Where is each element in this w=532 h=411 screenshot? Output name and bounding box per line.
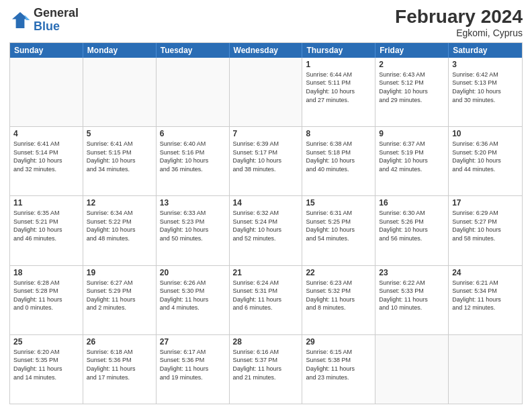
- weekday-header-thursday: Thursday: [302, 43, 375, 58]
- calendar-day-4: 4Sunrise: 6:41 AM Sunset: 5:14 PM Daylig…: [10, 127, 83, 195]
- weekday-header-friday: Friday: [375, 43, 449, 58]
- weekday-header-sunday: Sunday: [10, 43, 83, 58]
- calendar-day-20: 20Sunrise: 6:26 AM Sunset: 5:30 PM Dayli…: [157, 266, 230, 334]
- day-number: 10: [452, 129, 519, 138]
- calendar-day-empty: [83, 58, 157, 126]
- calendar: SundayMondayTuesdayWednesdayThursdayFrid…: [9, 42, 523, 404]
- calendar-week-5: 25Sunrise: 6:20 AM Sunset: 5:35 PM Dayli…: [10, 334, 522, 404]
- day-number: 14: [233, 198, 299, 208]
- calendar-day-27: 27Sunrise: 6:17 AM Sunset: 5:36 PM Dayli…: [157, 335, 230, 404]
- day-number: 26: [87, 337, 152, 347]
- calendar-day-25: 25Sunrise: 6:20 AM Sunset: 5:35 PM Dayli…: [10, 335, 83, 404]
- day-number: 16: [379, 198, 445, 208]
- calendar-day-8: 8Sunrise: 6:38 AM Sunset: 5:18 PM Daylig…: [302, 127, 375, 195]
- day-number: 13: [160, 198, 226, 208]
- day-number: 6: [160, 129, 226, 138]
- day-info: Sunrise: 6:21 AM Sunset: 5:34 PM Dayligh…: [452, 279, 519, 312]
- day-info: Sunrise: 6:24 AM Sunset: 5:31 PM Dayligh…: [233, 279, 299, 312]
- day-info: Sunrise: 6:22 AM Sunset: 5:33 PM Dayligh…: [379, 279, 445, 312]
- page: General Blue February 2024 Egkomi, Cypru…: [0, 0, 532, 411]
- day-info: Sunrise: 6:33 AM Sunset: 5:23 PM Dayligh…: [160, 209, 226, 242]
- calendar-day-3: 3Sunrise: 6:42 AM Sunset: 5:13 PM Daylig…: [449, 58, 522, 126]
- day-info: Sunrise: 6:20 AM Sunset: 5:35 PM Dayligh…: [13, 348, 79, 381]
- weekday-header-tuesday: Tuesday: [157, 43, 230, 58]
- day-info: Sunrise: 6:16 AM Sunset: 5:37 PM Dayligh…: [233, 348, 299, 381]
- day-info: Sunrise: 6:43 AM Sunset: 5:12 PM Dayligh…: [379, 71, 445, 104]
- calendar-day-empty: [230, 58, 303, 126]
- day-info: Sunrise: 6:38 AM Sunset: 5:18 PM Dayligh…: [306, 140, 371, 173]
- day-number: 3: [452, 60, 519, 69]
- calendar-day-13: 13Sunrise: 6:33 AM Sunset: 5:23 PM Dayli…: [157, 196, 230, 265]
- calendar-header: SundayMondayTuesdayWednesdayThursdayFrid…: [10, 43, 522, 58]
- day-number: 5: [87, 129, 152, 138]
- day-info: Sunrise: 6:35 AM Sunset: 5:21 PM Dayligh…: [13, 209, 79, 242]
- calendar-day-1: 1Sunrise: 6:44 AM Sunset: 5:11 PM Daylig…: [302, 58, 375, 126]
- month-year: February 2024: [395, 7, 523, 28]
- day-number: 2: [379, 60, 445, 69]
- day-number: 20: [160, 268, 226, 277]
- calendar-day-17: 17Sunrise: 6:29 AM Sunset: 5:27 PM Dayli…: [449, 196, 522, 265]
- day-info: Sunrise: 6:18 AM Sunset: 5:36 PM Dayligh…: [87, 348, 152, 381]
- day-info: Sunrise: 6:31 AM Sunset: 5:25 PM Dayligh…: [306, 209, 371, 242]
- day-info: Sunrise: 6:34 AM Sunset: 5:22 PM Dayligh…: [87, 209, 152, 242]
- svg-marker-0: [12, 12, 28, 28]
- logo-general: General: [34, 6, 79, 19]
- day-number: 12: [87, 198, 152, 208]
- day-number: 22: [306, 268, 371, 277]
- day-number: 28: [233, 337, 299, 347]
- day-number: 27: [160, 337, 226, 347]
- day-number: 17: [452, 198, 519, 208]
- day-info: Sunrise: 6:17 AM Sunset: 5:36 PM Dayligh…: [160, 348, 226, 381]
- calendar-day-19: 19Sunrise: 6:27 AM Sunset: 5:29 PM Dayli…: [83, 266, 157, 334]
- day-number: 29: [306, 337, 371, 347]
- calendar-day-6: 6Sunrise: 6:40 AM Sunset: 5:16 PM Daylig…: [157, 127, 230, 195]
- calendar-body: 1Sunrise: 6:44 AM Sunset: 5:11 PM Daylig…: [10, 58, 522, 404]
- day-number: 8: [306, 129, 371, 138]
- day-info: Sunrise: 6:30 AM Sunset: 5:26 PM Dayligh…: [379, 209, 445, 242]
- day-info: Sunrise: 6:41 AM Sunset: 5:15 PM Dayligh…: [87, 140, 152, 173]
- weekday-header-wednesday: Wednesday: [230, 43, 303, 58]
- day-info: Sunrise: 6:41 AM Sunset: 5:14 PM Dayligh…: [13, 140, 79, 173]
- calendar-day-7: 7Sunrise: 6:39 AM Sunset: 5:17 PM Daylig…: [230, 127, 303, 195]
- logo: General Blue: [9, 7, 79, 34]
- day-number: 25: [13, 337, 79, 347]
- day-info: Sunrise: 6:39 AM Sunset: 5:17 PM Dayligh…: [233, 140, 299, 173]
- calendar-day-10: 10Sunrise: 6:36 AM Sunset: 5:20 PM Dayli…: [449, 127, 522, 195]
- day-number: 11: [13, 198, 79, 208]
- calendar-week-1: 1Sunrise: 6:44 AM Sunset: 5:11 PM Daylig…: [10, 58, 522, 126]
- calendar-day-12: 12Sunrise: 6:34 AM Sunset: 5:22 PM Dayli…: [83, 196, 157, 265]
- logo-text: General Blue: [34, 7, 79, 34]
- logo-blue: Blue: [34, 19, 60, 33]
- calendar-week-2: 4Sunrise: 6:41 AM Sunset: 5:14 PM Daylig…: [10, 126, 522, 195]
- day-number: 21: [233, 268, 299, 277]
- calendar-day-16: 16Sunrise: 6:30 AM Sunset: 5:26 PM Dayli…: [375, 196, 449, 265]
- day-number: 1: [306, 60, 371, 69]
- day-info: Sunrise: 6:27 AM Sunset: 5:29 PM Dayligh…: [87, 279, 152, 312]
- day-info: Sunrise: 6:23 AM Sunset: 5:32 PM Dayligh…: [306, 279, 371, 312]
- calendar-day-29: 29Sunrise: 6:15 AM Sunset: 5:38 PM Dayli…: [302, 335, 375, 404]
- day-info: Sunrise: 6:26 AM Sunset: 5:30 PM Dayligh…: [160, 279, 226, 312]
- title-block: February 2024 Egkomi, Cyprus: [395, 7, 523, 38]
- weekday-header-monday: Monday: [83, 43, 157, 58]
- day-info: Sunrise: 6:42 AM Sunset: 5:13 PM Dayligh…: [452, 71, 519, 104]
- weekday-header-saturday: Saturday: [449, 43, 522, 58]
- calendar-day-28: 28Sunrise: 6:16 AM Sunset: 5:37 PM Dayli…: [230, 335, 303, 404]
- calendar-day-22: 22Sunrise: 6:23 AM Sunset: 5:32 PM Dayli…: [302, 266, 375, 334]
- calendar-day-9: 9Sunrise: 6:37 AM Sunset: 5:19 PM Daylig…: [375, 127, 449, 195]
- calendar-day-24: 24Sunrise: 6:21 AM Sunset: 5:34 PM Dayli…: [449, 266, 522, 334]
- day-number: 9: [379, 129, 445, 138]
- calendar-day-empty: [449, 335, 522, 404]
- day-info: Sunrise: 6:36 AM Sunset: 5:20 PM Dayligh…: [452, 140, 519, 173]
- day-info: Sunrise: 6:28 AM Sunset: 5:28 PM Dayligh…: [13, 279, 79, 312]
- calendar-day-26: 26Sunrise: 6:18 AM Sunset: 5:36 PM Dayli…: [83, 335, 157, 404]
- calendar-day-5: 5Sunrise: 6:41 AM Sunset: 5:15 PM Daylig…: [83, 127, 157, 195]
- day-info: Sunrise: 6:44 AM Sunset: 5:11 PM Dayligh…: [306, 71, 371, 104]
- day-number: 18: [13, 268, 79, 277]
- day-info: Sunrise: 6:15 AM Sunset: 5:38 PM Dayligh…: [306, 348, 371, 381]
- svg-marker-1: [24, 15, 30, 20]
- calendar-day-23: 23Sunrise: 6:22 AM Sunset: 5:33 PM Dayli…: [375, 266, 449, 334]
- day-number: 4: [13, 129, 79, 138]
- day-number: 7: [233, 129, 299, 138]
- calendar-day-18: 18Sunrise: 6:28 AM Sunset: 5:28 PM Dayli…: [10, 266, 83, 334]
- day-info: Sunrise: 6:40 AM Sunset: 5:16 PM Dayligh…: [160, 140, 226, 173]
